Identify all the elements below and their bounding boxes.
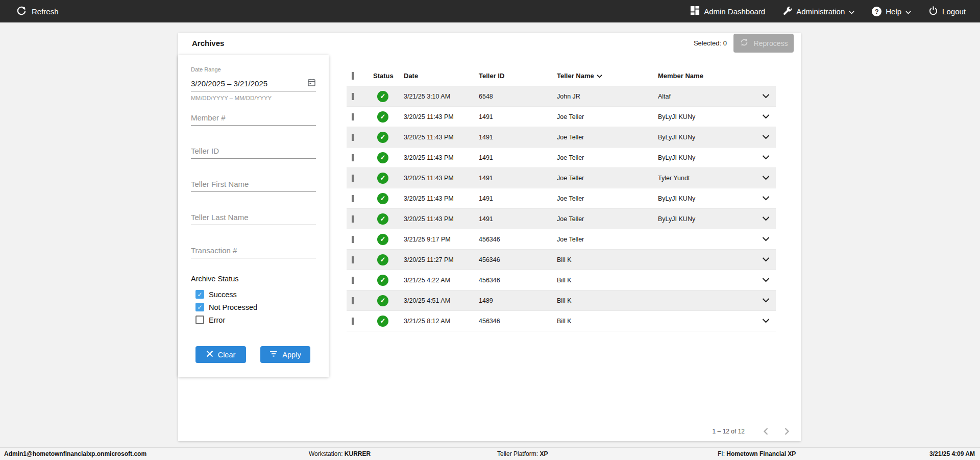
table-row: ✓3/20/25 11:27 PM456346Bill K bbox=[347, 250, 776, 270]
logout-button[interactable]: Logout bbox=[928, 6, 966, 17]
row-checkbox[interactable] bbox=[352, 113, 354, 120]
select-all-cell bbox=[347, 72, 371, 80]
column-header-label-teller-name: Teller Name bbox=[557, 72, 594, 80]
checkbox-box-not-processed[interactable]: ✓ bbox=[195, 303, 204, 311]
row-select-cell bbox=[347, 195, 371, 202]
row-teller-id: 456346 bbox=[477, 256, 555, 263]
row-status-cell: ✓ bbox=[371, 295, 402, 306]
row-date: 3/21/25 9:17 PM bbox=[402, 236, 477, 243]
row-select-cell bbox=[347, 134, 371, 141]
row-checkbox[interactable] bbox=[352, 195, 354, 202]
row-expand-button[interactable] bbox=[735, 278, 776, 282]
status-success-icon: ✓ bbox=[377, 213, 388, 225]
chevron-down-icon bbox=[762, 257, 770, 262]
column-header-teller-name[interactable]: Teller Name bbox=[555, 72, 656, 80]
reprocess-label: Reprocess bbox=[754, 39, 788, 47]
table-row: ✓3/20/25 11:43 PM1491Joe TellerByLyJI KU… bbox=[347, 107, 776, 127]
row-checkbox[interactable] bbox=[352, 93, 354, 100]
logout-label: Logout bbox=[942, 7, 966, 16]
dashboard-icon bbox=[690, 6, 700, 17]
admin-dashboard-button[interactable]: Admin Dashboard bbox=[690, 6, 765, 17]
chevron-down-icon bbox=[762, 135, 770, 139]
row-teller-name: Bill K bbox=[555, 277, 656, 284]
row-status-cell: ✓ bbox=[371, 111, 402, 123]
filter-icon bbox=[270, 350, 278, 359]
row-select-cell bbox=[347, 236, 371, 243]
checkbox-box-success[interactable]: ✓ bbox=[195, 290, 204, 299]
column-header-teller-id[interactable]: Teller ID bbox=[477, 72, 555, 80]
row-expand-button[interactable] bbox=[735, 135, 776, 139]
refresh-button[interactable]: Refresh bbox=[0, 6, 59, 17]
previous-page-button[interactable] bbox=[760, 425, 772, 438]
row-status-cell: ✓ bbox=[371, 254, 402, 265]
row-checkbox[interactable] bbox=[352, 236, 354, 243]
row-checkbox[interactable] bbox=[352, 256, 354, 263]
member-number-input[interactable] bbox=[191, 110, 316, 126]
reprocess-button[interactable]: Reprocess bbox=[733, 34, 794, 53]
row-checkbox[interactable] bbox=[352, 154, 354, 161]
administration-menu[interactable]: Administration bbox=[782, 6, 854, 17]
logged-in-user: Admin1@hometownfinancialxp.onmicrosoft.c… bbox=[4, 448, 146, 460]
calendar-icon[interactable] bbox=[307, 78, 316, 89]
row-expand-button[interactable] bbox=[735, 196, 776, 201]
status-success-icon: ✓ bbox=[377, 152, 388, 163]
row-checkbox[interactable] bbox=[352, 277, 354, 284]
row-member-name: ByLyJI KUNy bbox=[656, 154, 735, 161]
row-teller-id: 1491 bbox=[477, 215, 555, 223]
date-range-input[interactable] bbox=[191, 79, 307, 88]
table-header-row: StatusDateTeller IDTeller NameMember Nam… bbox=[347, 65, 776, 86]
row-checkbox[interactable] bbox=[352, 175, 354, 182]
teller-last-name-input[interactable] bbox=[191, 209, 316, 225]
row-teller-id: 1489 bbox=[477, 297, 555, 304]
clear-button[interactable]: Clear bbox=[195, 346, 246, 363]
row-expand-button[interactable] bbox=[735, 237, 776, 241]
row-expand-button[interactable] bbox=[735, 94, 776, 99]
next-page-button[interactable] bbox=[780, 425, 793, 438]
chevron-down-icon bbox=[762, 237, 770, 241]
row-teller-name: Bill K bbox=[555, 297, 656, 304]
row-expand-button[interactable] bbox=[735, 257, 776, 262]
table-row: ✓3/20/25 11:43 PM1491Joe TellerByLyJI KU… bbox=[347, 127, 776, 148]
checkbox-success[interactable]: ✓Success bbox=[195, 290, 257, 299]
chevron-down-icon bbox=[762, 278, 770, 282]
clear-x-icon bbox=[206, 350, 213, 359]
status-success-icon: ✓ bbox=[377, 173, 388, 184]
column-header-member-name[interactable]: Member Name bbox=[656, 72, 735, 80]
table-row: ✓3/20/25 11:43 PM1491Joe TellerByLyJI KU… bbox=[347, 148, 776, 168]
help-menu[interactable]: ? Help bbox=[872, 7, 911, 16]
teller-id-input[interactable] bbox=[191, 143, 316, 159]
row-checkbox[interactable] bbox=[352, 318, 354, 325]
row-expand-button[interactable] bbox=[735, 216, 776, 221]
row-select-cell bbox=[347, 277, 371, 284]
row-expand-button[interactable] bbox=[735, 319, 776, 323]
pagination-range: 1 – 12 of 12 bbox=[713, 428, 745, 435]
row-expand-button[interactable] bbox=[735, 176, 776, 180]
row-teller-id: 456346 bbox=[477, 236, 555, 243]
column-header-date[interactable]: Date bbox=[402, 72, 477, 80]
date-format-hint: MM/DD/YYYY – MM/DD/YYYY bbox=[191, 95, 272, 101]
row-expand-button[interactable] bbox=[735, 298, 776, 303]
row-member-name: Altaf bbox=[656, 93, 735, 100]
teller-first-name-input[interactable] bbox=[191, 176, 316, 192]
select-all-checkbox[interactable] bbox=[352, 72, 354, 80]
chevron-down-icon bbox=[849, 7, 854, 16]
row-date: 3/20/25 11:43 PM bbox=[402, 175, 477, 182]
apply-button[interactable]: Apply bbox=[260, 346, 310, 363]
checkbox-box-error[interactable] bbox=[195, 316, 204, 324]
row-expand-button[interactable] bbox=[735, 114, 776, 119]
row-checkbox[interactable] bbox=[352, 215, 354, 223]
chevron-down-icon bbox=[762, 319, 770, 323]
column-header-status[interactable]: Status bbox=[371, 72, 402, 80]
row-checkbox[interactable] bbox=[352, 297, 354, 304]
checkbox-error[interactable]: Error bbox=[195, 316, 257, 324]
power-icon bbox=[928, 6, 938, 17]
row-checkbox[interactable] bbox=[352, 134, 354, 141]
archives-card-header: Archives Selected: 0 Reprocess bbox=[178, 33, 801, 54]
row-expand-button[interactable] bbox=[735, 155, 776, 160]
checkbox-not-processed[interactable]: ✓Not Processed bbox=[195, 303, 257, 311]
row-member-name: ByLyJI KUNy bbox=[656, 134, 735, 141]
row-date: 3/20/25 11:43 PM bbox=[402, 134, 477, 141]
table-row: ✓3/20/25 4:51 AM1489Bill K bbox=[347, 290, 776, 311]
transaction-number-input[interactable] bbox=[191, 243, 316, 258]
teller-first-name-field-wrap bbox=[191, 176, 316, 192]
